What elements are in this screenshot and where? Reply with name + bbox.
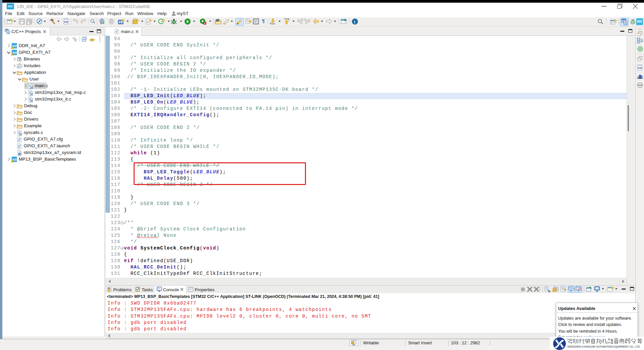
svg-text:C: C bbox=[120, 21, 122, 24]
svg-text:C: C bbox=[7, 31, 9, 34]
svg-text:c: c bbox=[116, 30, 118, 33]
svg-text:010: 010 bbox=[64, 21, 68, 23]
svg-text:C: C bbox=[625, 21, 627, 25]
svg-text:c: c bbox=[147, 20, 149, 23]
svg-text:010: 010 bbox=[638, 67, 642, 69]
